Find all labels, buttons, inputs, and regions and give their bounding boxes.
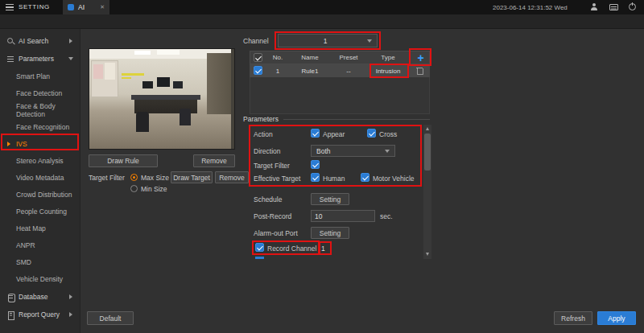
schedule-setting-button[interactable]: Setting [311, 193, 349, 205]
action-label: Action [254, 130, 273, 138]
preview-osd-overlay [122, 77, 131, 79]
chevron-down-icon [385, 150, 390, 153]
record-channel-label: Record Channel [267, 245, 316, 253]
sidebar-item-heat-map[interactable]: Heat Map [0, 220, 80, 236]
remove-target-button[interactable]: Remove [215, 171, 249, 183]
sec-label: sec. [380, 212, 393, 220]
power-icon[interactable] [629, 3, 636, 10]
chevron-right-icon [69, 294, 72, 299]
direction-value: Both [316, 147, 385, 155]
draw-rule-button[interactable]: Draw Rule [89, 154, 158, 167]
button-label: Apply [608, 314, 625, 323]
preview-poster [93, 64, 103, 79]
selected-marker-icon [7, 142, 10, 146]
alarm-out-setting-button[interactable]: Setting [311, 227, 349, 239]
sidebar-item-report-query[interactable]: Report Query [0, 306, 80, 323]
button-label: Default [100, 314, 122, 323]
effective-target-label: Effective Target [254, 175, 300, 183]
user-icon[interactable] [590, 3, 598, 11]
sidebar-item-label: Vehicle Density [16, 275, 63, 283]
button-label: Remove [201, 157, 227, 165]
search-icon [6, 37, 14, 45]
cross-label: Cross [379, 130, 397, 138]
channel-dropdown[interactable]: 1 [278, 34, 378, 47]
sidebar-item-smart-plan[interactable]: Smart Plan [0, 68, 80, 84]
sidebar-item-video-metadata[interactable]: Video Metadata [0, 169, 80, 186]
post-record-label: Post-Record [254, 212, 291, 220]
sidebar-item-face-body-detection[interactable]: Face & Body Detection [0, 101, 80, 118]
min-size-radio[interactable] [130, 185, 138, 192]
appear-checkbox[interactable] [311, 129, 320, 138]
min-size-label: Min Size [141, 185, 167, 193]
sidebar-item-database[interactable]: Database [0, 288, 80, 306]
alarm-out-port-label: Alarm-out Port [254, 229, 298, 237]
remove-rule-button[interactable]: Remove [193, 154, 235, 167]
human-checkbox[interactable] [311, 173, 320, 182]
rules-table-body [250, 77, 430, 114]
record-channel-value[interactable]: 1 [321, 245, 325, 253]
channel-value: 1 [283, 37, 367, 45]
draw-target-button[interactable]: Draw Target [171, 171, 213, 183]
add-rule-button[interactable]: + [412, 51, 429, 64]
preview-chair [136, 112, 149, 132]
datetime-display: 2023-06-14 12:31:52 Wed [493, 4, 568, 11]
sidebar-item-face-recognition[interactable]: Face Recognition [0, 118, 80, 135]
motor-vehicle-label: Motor Vehicle [373, 175, 415, 183]
preview-wall-edge [231, 49, 235, 150]
app-title: SETTING [19, 3, 50, 10]
sidebar-item-ai-search[interactable]: AI Search [0, 32, 80, 50]
apply-button[interactable]: Apply [597, 311, 636, 325]
sidebar-item-label: Crowd Distribution [16, 191, 72, 199]
select-all-checkbox[interactable] [254, 53, 262, 62]
sidebar-item-people-counting[interactable]: People Counting [0, 203, 80, 220]
motor-vehicle-checkbox[interactable] [361, 173, 369, 182]
clipped-next-row-checkbox [255, 257, 264, 259]
default-button[interactable]: Default [87, 311, 134, 325]
sidebar-item-ivs[interactable]: IVS [0, 135, 80, 152]
button-label: Setting [320, 195, 341, 204]
scroll-up-icon[interactable] [426, 127, 429, 130]
sidebar-item-parameters[interactable]: Parameters [0, 50, 80, 68]
direction-dropdown[interactable]: Both [311, 145, 395, 157]
record-channel-checkbox[interactable] [255, 243, 264, 252]
database-icon [6, 293, 14, 301]
refresh-button[interactable]: Refresh [554, 311, 592, 325]
sidebar-item-vehicle-density[interactable]: Vehicle Density [0, 270, 80, 287]
human-label: Human [323, 175, 345, 183]
tab-ai[interactable]: AI ✕ [63, 0, 109, 14]
sidebar-item-label: Heat Map [16, 224, 46, 232]
tab-close-icon[interactable]: ✕ [100, 4, 105, 10]
preview-monitor [157, 77, 170, 87]
button-label: Draw Target [173, 174, 210, 182]
post-record-input[interactable] [311, 210, 375, 222]
section-divider [283, 119, 430, 120]
max-size-radio[interactable] [130, 174, 138, 181]
param-target-filter-label: Target Filter [254, 162, 290, 170]
camera-preview[interactable] [89, 48, 235, 150]
sidebar-item-label: Face & Body Detection [16, 102, 80, 118]
hamburger-menu-icon[interactable] [6, 4, 14, 10]
sidebar-item-anpr[interactable]: ANPR [0, 236, 80, 253]
keyboard-icon[interactable] [609, 4, 618, 10]
chevron-right-icon [69, 39, 72, 43]
target-filter-checkbox[interactable] [311, 160, 320, 169]
sidebar-item-stereo-analysis[interactable]: Stereo Analysis [0, 152, 80, 169]
target-filter-label: Target Filter [89, 174, 125, 182]
sidebar-item-label: Face Detection [16, 89, 62, 97]
sidebar-item-smd[interactable]: SMD [0, 253, 80, 270]
scroll-down-icon[interactable] [426, 253, 429, 256]
scrollbar-thumb[interactable] [424, 134, 431, 171]
sidebar-group-label: Parameters [19, 55, 54, 63]
list-icon [6, 55, 14, 63]
sidebar-item-label: Face Recognition [16, 123, 69, 131]
sidebar-item-label: People Counting [16, 208, 67, 216]
cross-checkbox[interactable] [367, 129, 376, 138]
row-checkbox[interactable] [254, 66, 262, 75]
top-bar: SETTING AI ✕ 2023-06-14 12:31:52 Wed [0, 0, 644, 14]
button-label: Draw Rule [107, 157, 139, 165]
delete-rule-icon[interactable] [416, 67, 423, 75]
cell-preset: -- [346, 68, 350, 75]
button-label: Refresh [561, 314, 585, 323]
sidebar-item-crowd-distribution[interactable]: Crowd Distribution [0, 186, 80, 203]
sidebar-item-face-detection[interactable]: Face Detection [0, 84, 80, 101]
